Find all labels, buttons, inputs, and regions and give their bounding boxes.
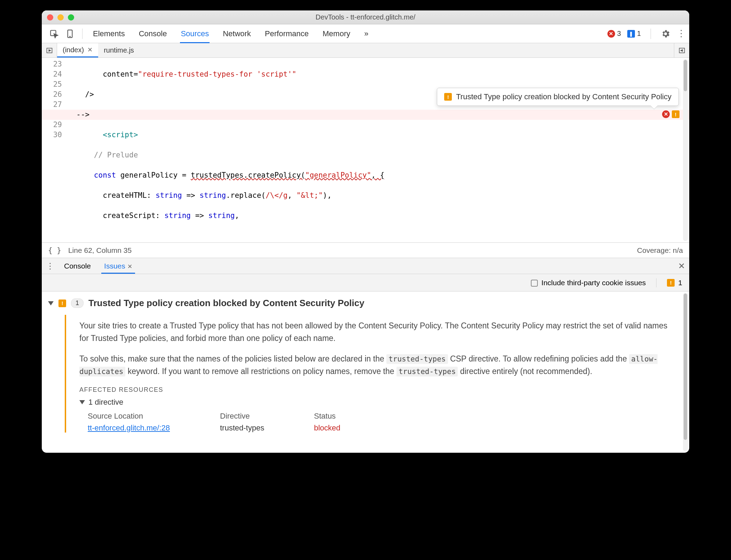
issues-warn-count: 1	[678, 279, 682, 287]
chevron-down-icon[interactable]	[48, 301, 54, 305]
code-inline: trusted-types	[386, 354, 448, 364]
directive-summary-row[interactable]: 1 directive	[79, 398, 679, 407]
third-party-cookie-checkbox[interactable]: Include third-party cookie issues	[531, 279, 646, 287]
file-tabs: (index) ✕ runtime.js	[42, 43, 689, 58]
window-title: DevTools - tt-enforced.glitch.me/	[42, 13, 689, 21]
file-tab-label: (index)	[63, 46, 84, 54]
directive-value: trusted-types	[220, 423, 307, 433]
tabs-overflow[interactable]: »	[363, 24, 369, 43]
error-count: 3	[617, 30, 621, 38]
th-source: Source Location	[88, 412, 213, 423]
svg-marker-4	[49, 49, 50, 51]
warning-icon: !	[667, 279, 675, 287]
close-icon[interactable]: ✕	[127, 263, 132, 270]
issues-panel: ! 1 Trusted Type policy creation blocked…	[42, 291, 689, 453]
tab-memory[interactable]: Memory	[322, 24, 351, 43]
close-icon[interactable]: ✕	[87, 46, 93, 54]
code-content[interactable]: content="require-trusted-types-for 'scri…	[66, 58, 689, 242]
issue-tooltip: ! Trusted Type policy creation blocked b…	[437, 88, 679, 106]
editor-status-bar: { } Line 62, Column 35 Coverage: n/a	[42, 243, 689, 258]
drawer-tab-console[interactable]: Console	[61, 258, 94, 274]
code-editor[interactable]: ✕ ! 23 24 25 26 27 28 29 30 content="req…	[42, 58, 689, 243]
issues-warning-badge[interactable]: ! 1	[667, 279, 682, 287]
file-tab-index[interactable]: (index) ✕	[57, 43, 98, 57]
separator	[656, 278, 657, 287]
separator	[82, 29, 82, 39]
cursor-position: Line 62, Column 35	[68, 246, 132, 255]
error-count-badge[interactable]: ✕ 3	[607, 30, 621, 38]
error-icon: ✕	[607, 30, 615, 38]
chevron-down-icon[interactable]	[79, 400, 85, 404]
issue-detail: Your site tries to create a Trusted Type…	[65, 315, 679, 433]
line-gutter: 23 24 25 26 27 28 29 30	[42, 58, 66, 242]
coverage-status: Coverage: n/a	[637, 246, 683, 255]
issues-scrollbar[interactable]	[683, 293, 688, 451]
titlebar: DevTools - tt-enforced.glitch.me/	[42, 10, 689, 24]
svg-marker-6	[681, 49, 682, 51]
tab-performance[interactable]: Performance	[264, 24, 309, 43]
issue-description-2: To solve this, make sure that the names …	[79, 353, 679, 378]
panel-tabs: Elements Console Sources Network Perform…	[92, 24, 369, 43]
message-icon: ❚	[627, 30, 635, 38]
code-inline: trusted-types	[396, 367, 458, 376]
tab-elements[interactable]: Elements	[92, 24, 126, 43]
inspect-element-icon[interactable]	[49, 29, 58, 38]
warning-inline-icon[interactable]: !	[672, 110, 679, 118]
devtools-window: DevTools - tt-enforced.glitch.me/ Elemen…	[42, 10, 689, 453]
directive-summary: 1 directive	[88, 398, 123, 407]
more-options-icon[interactable]: ⋮	[677, 28, 686, 39]
message-count: 1	[637, 30, 641, 38]
source-location-link[interactable]: tt-enforced.glitch.me/:28	[88, 423, 213, 433]
issue-description-1: Your site tries to create a Trusted Type…	[79, 320, 679, 344]
drawer-more-icon[interactable]: ⋮	[46, 261, 54, 271]
tab-console[interactable]: Console	[138, 24, 168, 43]
file-tab-runtime[interactable]: runtime.js	[98, 43, 140, 57]
file-tab-label: runtime.js	[104, 46, 134, 54]
checkbox-icon[interactable]	[531, 280, 538, 287]
issue-count-pill: 1	[71, 298, 84, 308]
tooltip-text: Trusted Type policy creation blocked by …	[456, 92, 671, 101]
separator	[651, 29, 651, 39]
warning-icon: !	[58, 300, 66, 307]
th-directive: Directive	[220, 412, 307, 423]
settings-icon[interactable]	[661, 29, 670, 39]
device-toolbar-icon[interactable]	[65, 29, 74, 38]
th-status: Status	[314, 412, 384, 423]
tab-sources[interactable]: Sources	[180, 24, 210, 43]
affected-resources-table: Source Location Directive Status tt-enfo…	[88, 412, 679, 433]
main-toolbar: Elements Console Sources Network Perform…	[42, 24, 689, 43]
issue-title: Trusted Type policy creation blocked by …	[88, 298, 364, 309]
affected-resources-heading: AFFECTED RESOURCES	[79, 386, 679, 394]
debugger-pane-toggle-icon[interactable]	[674, 43, 689, 57]
drawer-tab-issues[interactable]: Issues✕	[101, 258, 135, 274]
pretty-print-icon[interactable]: { }	[48, 246, 61, 255]
issues-toolbar: Include third-party cookie issues ! 1	[42, 274, 689, 291]
close-drawer-icon[interactable]: ✕	[678, 261, 685, 271]
drawer-tabs: ⋮ Console Issues✕ ✕	[42, 258, 689, 274]
status-value: blocked	[314, 423, 384, 433]
issue-header-row[interactable]: ! 1 Trusted Type policy creation blocked…	[48, 298, 679, 309]
message-count-badge[interactable]: ❚ 1	[627, 30, 641, 38]
warning-icon: !	[444, 93, 452, 101]
tab-network[interactable]: Network	[222, 24, 252, 43]
navigator-toggle-icon[interactable]	[42, 43, 57, 57]
error-inline-icon[interactable]: ✕	[662, 110, 670, 118]
